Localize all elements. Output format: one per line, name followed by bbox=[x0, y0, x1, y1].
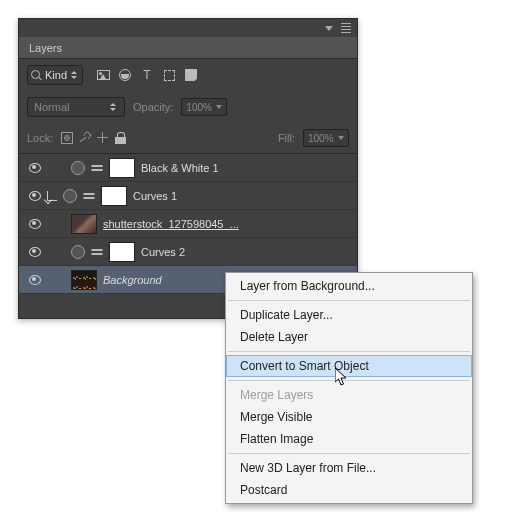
visibility-icon[interactable] bbox=[29, 163, 41, 173]
panel-menu-icon[interactable] bbox=[341, 23, 351, 33]
visibility-icon[interactable] bbox=[29, 275, 41, 285]
menu-merge-layers: Merge Layers bbox=[226, 384, 472, 406]
visibility-icon[interactable] bbox=[29, 247, 41, 257]
layer-name[interactable]: Curves 1 bbox=[133, 190, 351, 202]
chevron-updown-icon bbox=[110, 100, 118, 114]
layer-row[interactable]: Black & White 1 bbox=[19, 154, 357, 182]
layer-name[interactable]: shutterstock_127598045_... bbox=[103, 218, 351, 230]
filter-type-icon[interactable]: T bbox=[139, 67, 155, 83]
blend-mode-select[interactable]: Normal bbox=[27, 97, 125, 117]
menu-duplicate-layer[interactable]: Duplicate Layer... bbox=[226, 304, 472, 326]
opacity-label: Opacity: bbox=[133, 101, 173, 113]
menu-delete-layer[interactable]: Delete Layer bbox=[226, 326, 472, 348]
lock-row: Lock: Fill: 100% bbox=[19, 123, 357, 153]
layer-thumbnail[interactable] bbox=[71, 270, 97, 290]
opacity-input[interactable]: 100% bbox=[181, 98, 227, 116]
lock-transparent-icon[interactable] bbox=[61, 132, 73, 144]
blend-mode-value: Normal bbox=[34, 101, 69, 113]
lock-all-icon[interactable] bbox=[115, 133, 126, 144]
chevron-down-icon bbox=[216, 105, 222, 109]
chevron-updown-icon bbox=[71, 68, 79, 82]
layer-row[interactable]: shutterstock_127598045_... bbox=[19, 210, 357, 238]
link-icon bbox=[91, 165, 103, 171]
menu-separator bbox=[228, 380, 470, 381]
tab-layers[interactable]: Layers bbox=[19, 37, 357, 59]
fill-input[interactable]: 100% bbox=[303, 129, 349, 147]
lock-position-icon[interactable] bbox=[97, 132, 109, 144]
collapse-icon[interactable] bbox=[325, 26, 333, 31]
filter-row: Kind T bbox=[19, 59, 357, 91]
menu-separator bbox=[228, 300, 470, 301]
filter-adjustment-icon[interactable] bbox=[117, 67, 133, 83]
opacity-value: 100% bbox=[186, 102, 212, 113]
layer-name[interactable]: Curves 2 bbox=[141, 246, 351, 258]
layer-row[interactable]: Curves 2 bbox=[19, 238, 357, 266]
panel-header bbox=[19, 19, 357, 37]
layer-mask-thumb[interactable] bbox=[109, 158, 135, 178]
menu-separator bbox=[228, 351, 470, 352]
layer-thumbnail[interactable] bbox=[71, 214, 97, 234]
search-icon bbox=[31, 69, 43, 81]
filter-shape-icon[interactable] bbox=[161, 67, 177, 83]
layer-row[interactable]: Curves 1 bbox=[19, 182, 357, 210]
chevron-down-icon bbox=[338, 136, 344, 140]
visibility-icon[interactable] bbox=[29, 219, 41, 229]
menu-separator bbox=[228, 453, 470, 454]
layer-mask-thumb[interactable] bbox=[109, 242, 135, 262]
visibility-icon[interactable] bbox=[29, 191, 41, 201]
menu-postcard[interactable]: Postcard bbox=[226, 479, 472, 501]
layer-mask-thumb[interactable] bbox=[101, 186, 127, 206]
link-icon bbox=[83, 193, 95, 199]
context-menu: Layer from Background... Duplicate Layer… bbox=[225, 272, 473, 504]
adjustment-icon bbox=[71, 245, 85, 259]
lock-image-icon[interactable] bbox=[79, 132, 91, 144]
menu-layer-from-background[interactable]: Layer from Background... bbox=[226, 275, 472, 297]
blend-row: Normal Opacity: 100% bbox=[19, 91, 357, 123]
filter-kind-select[interactable]: Kind bbox=[27, 65, 83, 85]
filter-pixel-icon[interactable] bbox=[95, 67, 111, 83]
adjustment-icon bbox=[71, 161, 85, 175]
filter-smartobj-icon[interactable] bbox=[183, 67, 199, 83]
link-icon bbox=[91, 249, 103, 255]
menu-convert-to-smart-object[interactable]: Convert to Smart Object bbox=[226, 355, 472, 377]
menu-new-3d-layer[interactable]: New 3D Layer from File... bbox=[226, 457, 472, 479]
fill-label: Fill: bbox=[278, 132, 295, 144]
filter-icons: T bbox=[95, 67, 199, 83]
adjustment-icon bbox=[63, 189, 77, 203]
menu-merge-visible[interactable]: Merge Visible bbox=[226, 406, 472, 428]
layer-name[interactable]: Black & White 1 bbox=[141, 162, 351, 174]
filter-kind-label: Kind bbox=[45, 69, 67, 81]
clip-indicator-icon bbox=[47, 191, 57, 201]
menu-flatten-image[interactable]: Flatten Image bbox=[226, 428, 472, 450]
fill-value: 100% bbox=[308, 133, 334, 144]
lock-label: Lock: bbox=[27, 132, 53, 144]
